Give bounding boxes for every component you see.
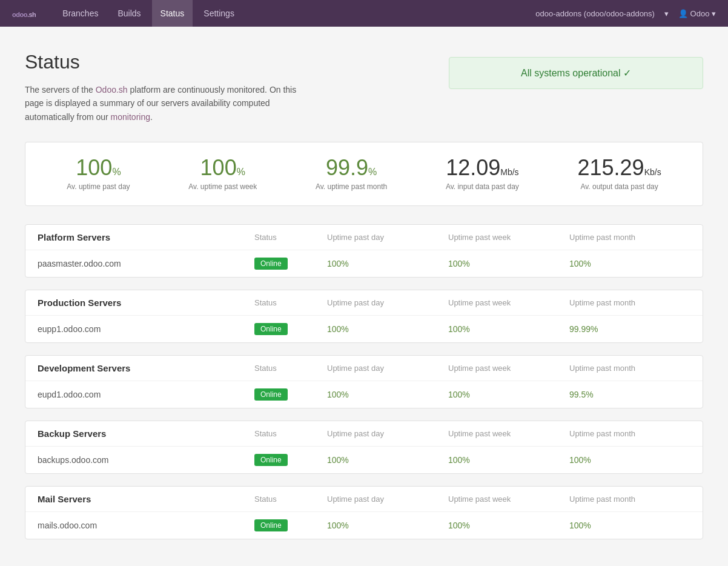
server-section-header-1: Production ServersStatusUptime past dayU… bbox=[25, 290, 703, 316]
server-section-0: Platform ServersStatusUptime past dayUpt… bbox=[25, 224, 703, 278]
server-section-header-0: Platform ServersStatusUptime past dayUpt… bbox=[25, 225, 703, 250]
server-section-title-4: Mail Servers bbox=[38, 494, 254, 504]
uptime-week-value: 100% bbox=[448, 390, 569, 399]
col-uptime-week-0: Uptime past week bbox=[448, 233, 569, 242]
col-uptime-week-3: Uptime past week bbox=[448, 429, 569, 438]
nav-links: Branches Builds Status Settings bbox=[54, 0, 535, 27]
col-uptime-day-3: Uptime past day bbox=[327, 429, 448, 438]
nav-builds[interactable]: Builds bbox=[109, 0, 149, 27]
uptime-month-value: 100% bbox=[569, 521, 690, 530]
nav-right: odoo-addons (odoo/odoo-addons) ▾ 👤 Odoo … bbox=[535, 9, 716, 18]
status-badge: Online bbox=[254, 323, 288, 335]
col-uptime-day-4: Uptime past day bbox=[327, 494, 448, 504]
stat-value-output-data: 215.29Kb/s bbox=[578, 157, 661, 179]
page-description: The servers of the Odoo.sh platform are … bbox=[25, 83, 316, 124]
stat-uptime-day: 100% Av. uptime past day bbox=[67, 157, 130, 191]
col-uptime-month-1: Uptime past month bbox=[569, 298, 690, 307]
col-status-3: Status bbox=[254, 429, 327, 438]
uptime-day-value: 100% bbox=[327, 455, 448, 465]
server-section-1: Production ServersStatusUptime past dayU… bbox=[25, 290, 703, 343]
header-section: Status The servers of the Odoo.sh platfo… bbox=[25, 51, 703, 124]
col-status-1: Status bbox=[254, 298, 327, 307]
status-badge: Online bbox=[254, 519, 288, 531]
status-badge: Online bbox=[254, 258, 288, 270]
uptime-week-value: 100% bbox=[448, 324, 569, 334]
stat-value-uptime-day: 100% bbox=[67, 157, 130, 179]
logo-text: odoo.sh bbox=[12, 11, 36, 18]
stat-value-uptime-week: 100% bbox=[188, 157, 257, 179]
server-section-title-2: Development Servers bbox=[38, 363, 254, 373]
user-icon: 👤 bbox=[678, 9, 690, 18]
server-groups: Platform ServersStatusUptime past dayUpt… bbox=[25, 224, 703, 539]
server-name: backups.odoo.com bbox=[38, 455, 254, 465]
uptime-week-value: 100% bbox=[448, 521, 569, 530]
server-section-3: Backup ServersStatusUptime past dayUptim… bbox=[25, 421, 703, 474]
server-section-title-1: Production Servers bbox=[38, 298, 254, 308]
col-uptime-month-2: Uptime past month bbox=[569, 364, 690, 373]
nav-branches[interactable]: Branches bbox=[54, 0, 107, 27]
col-uptime-month-0: Uptime past month bbox=[569, 233, 690, 242]
nav-repo[interactable]: odoo-addons (odoo/odoo-addons) bbox=[535, 9, 655, 18]
stat-output-data: 215.29Kb/s Av. output data past day bbox=[578, 157, 661, 191]
server-name: eupd1.odoo.com bbox=[38, 390, 254, 399]
col-uptime-month-3: Uptime past month bbox=[569, 429, 690, 438]
uptime-month-value: 100% bbox=[569, 259, 690, 268]
monitoring-link[interactable]: monitoring bbox=[111, 112, 150, 122]
uptime-month-value: 100% bbox=[569, 455, 690, 465]
col-uptime-week-2: Uptime past week bbox=[448, 364, 569, 373]
server-row-4-0: mails.odoo.comOnline100%100%100% bbox=[25, 512, 703, 539]
uptime-month-value: 99.5% bbox=[569, 390, 690, 399]
server-section-4: Mail ServersStatusUptime past dayUptime … bbox=[25, 486, 703, 539]
uptime-day-value: 100% bbox=[327, 390, 448, 399]
uptime-week-value: 100% bbox=[448, 455, 569, 465]
server-row-3-0: backups.odoo.comOnline100%100%100% bbox=[25, 447, 703, 473]
nav-status[interactable]: Status bbox=[152, 0, 193, 27]
server-row-1-0: eupp1.odoo.comOnline100%100%99.99% bbox=[25, 316, 703, 342]
col-uptime-day-1: Uptime past day bbox=[327, 298, 448, 307]
col-uptime-week-4: Uptime past week bbox=[448, 494, 569, 504]
server-row-0-0: paasmaster.odoo.comOnline100%100%100% bbox=[25, 250, 703, 277]
col-status-2: Status bbox=[254, 364, 327, 373]
server-name: paasmaster.odoo.com bbox=[38, 259, 254, 268]
server-section-header-3: Backup ServersStatusUptime past dayUptim… bbox=[25, 421, 703, 447]
uptime-day-value: 100% bbox=[327, 324, 448, 334]
status-badge: Online bbox=[254, 454, 288, 466]
main-content: Status The servers of the Odoo.sh platfo… bbox=[13, 27, 715, 566]
main-nav: odoo.sh Branches Builds Status Settings … bbox=[0, 0, 728, 27]
col-status-0: Status bbox=[254, 233, 327, 242]
stat-value-uptime-month: 99.9% bbox=[316, 157, 387, 179]
stat-uptime-month: 99.9% Av. uptime past month bbox=[316, 157, 387, 191]
server-section-title-0: Platform Servers bbox=[38, 232, 254, 242]
nav-user[interactable]: 👤 Odoo ▾ bbox=[678, 9, 716, 18]
server-section-header-2: Development ServersStatusUptime past day… bbox=[25, 356, 703, 381]
odoo-link[interactable]: Odoo.sh bbox=[96, 85, 128, 95]
page-title: Status bbox=[25, 51, 316, 73]
status-badge: Online bbox=[254, 388, 288, 401]
col-uptime-day-0: Uptime past day bbox=[327, 233, 448, 242]
server-section-2: Development ServersStatusUptime past day… bbox=[25, 355, 703, 408]
server-section-title-3: Backup Servers bbox=[38, 428, 254, 439]
col-uptime-month-4: Uptime past month bbox=[569, 494, 690, 504]
uptime-day-value: 100% bbox=[327, 521, 448, 530]
col-uptime-day-2: Uptime past day bbox=[327, 364, 448, 373]
logo[interactable]: odoo.sh bbox=[12, 7, 36, 20]
server-row-2-0: eupd1.odoo.comOnline100%100%99.5% bbox=[25, 381, 703, 408]
stat-uptime-week: 100% Av. uptime past week bbox=[188, 157, 257, 191]
server-section-header-4: Mail ServersStatusUptime past dayUptime … bbox=[25, 487, 703, 512]
col-uptime-week-1: Uptime past week bbox=[448, 298, 569, 307]
stats-section: 100% Av. uptime past day 100% Av. uptime… bbox=[25, 142, 703, 206]
nav-settings[interactable]: Settings bbox=[195, 0, 243, 27]
col-status-4: Status bbox=[254, 494, 327, 504]
server-name: eupp1.odoo.com bbox=[38, 324, 254, 334]
header-left: Status The servers of the Odoo.sh platfo… bbox=[25, 51, 316, 124]
status-banner: All systems operational ✓ bbox=[449, 57, 703, 89]
stat-input-data: 12.09Mb/s Av. input data past day bbox=[446, 157, 519, 191]
uptime-day-value: 100% bbox=[327, 259, 448, 268]
stat-value-input-data: 12.09Mb/s bbox=[446, 157, 519, 179]
uptime-week-value: 100% bbox=[448, 259, 569, 268]
server-name: mails.odoo.com bbox=[38, 521, 254, 530]
uptime-month-value: 99.99% bbox=[569, 324, 690, 334]
